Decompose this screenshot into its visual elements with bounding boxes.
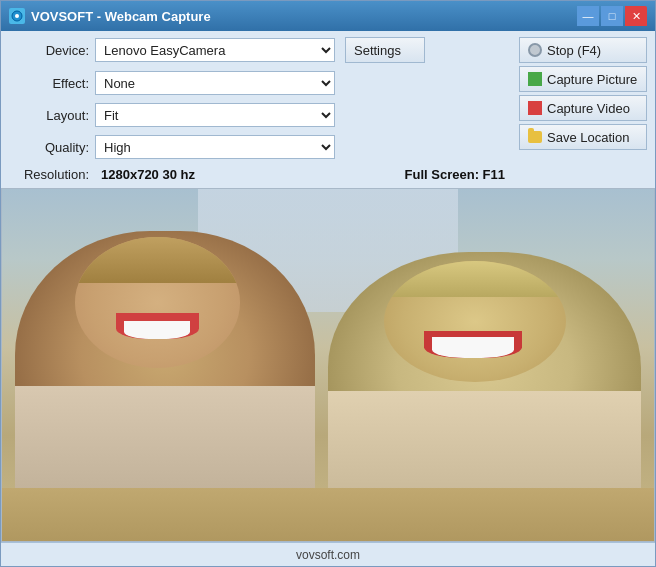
camera-icon bbox=[528, 72, 542, 86]
device-select[interactable]: Lenovo EasyCamera bbox=[95, 38, 335, 62]
main-window: VOVSOFT - Webcam Capture — □ ✕ Device: L… bbox=[0, 0, 656, 567]
quality-label: Quality: bbox=[9, 140, 89, 155]
window-title: VOVSOFT - Webcam Capture bbox=[31, 9, 211, 24]
svg-point-1 bbox=[15, 14, 19, 18]
video-icon bbox=[528, 101, 542, 115]
resolution-value: 1280x720 30 hz bbox=[101, 167, 195, 182]
effect-select[interactable]: None bbox=[95, 71, 335, 95]
child-left-head bbox=[75, 237, 240, 367]
sofa-bottom bbox=[2, 488, 654, 541]
effect-row: Effect: None bbox=[9, 71, 511, 95]
title-controls: — □ ✕ bbox=[577, 6, 647, 26]
resolution-row: Resolution: 1280x720 30 hz Full Screen: … bbox=[9, 167, 511, 182]
layout-select[interactable]: Fit bbox=[95, 103, 335, 127]
child-left-mouth bbox=[116, 313, 198, 339]
left-controls: Device: Lenovo EasyCamera Settings Effec… bbox=[9, 37, 511, 182]
effect-select-wrap: None bbox=[95, 71, 335, 95]
capture-picture-button[interactable]: Capture Picture bbox=[519, 66, 647, 92]
save-location-button[interactable]: Save Location bbox=[519, 124, 647, 150]
layout-label: Layout: bbox=[9, 108, 89, 123]
right-buttons: Stop (F4) Capture Picture Capture Video … bbox=[519, 37, 647, 182]
footer-text: vovsoft.com bbox=[296, 548, 360, 562]
quality-select-wrap: High Medium Low bbox=[95, 135, 335, 159]
device-label: Device: bbox=[9, 43, 89, 58]
layout-select-wrap: Fit bbox=[95, 103, 335, 127]
child-right-head bbox=[384, 261, 566, 382]
child-right-hair bbox=[384, 261, 566, 297]
title-bar: VOVSOFT - Webcam Capture — □ ✕ bbox=[1, 1, 655, 31]
child-left-hair bbox=[75, 237, 240, 283]
capture-video-button[interactable]: Capture Video bbox=[519, 95, 647, 121]
child-right-teeth bbox=[432, 337, 514, 358]
title-bar-left: VOVSOFT - Webcam Capture bbox=[9, 8, 211, 24]
maximize-button[interactable]: □ bbox=[601, 6, 623, 26]
app-icon bbox=[9, 8, 25, 24]
video-scene bbox=[2, 189, 654, 541]
quality-row: Quality: High Medium Low bbox=[9, 135, 511, 159]
close-button[interactable]: ✕ bbox=[625, 6, 647, 26]
device-select-wrap: Lenovo EasyCamera bbox=[95, 38, 335, 62]
fullscreen-label: Full Screen: F11 bbox=[405, 167, 505, 182]
quality-select[interactable]: High Medium Low bbox=[95, 135, 335, 159]
controls-area: Device: Lenovo EasyCamera Settings Effec… bbox=[1, 31, 655, 188]
camera-preview bbox=[1, 188, 655, 542]
resolution-label: Resolution: bbox=[9, 167, 89, 182]
child-left-teeth bbox=[124, 321, 190, 339]
footer-bar: vovsoft.com bbox=[1, 542, 655, 566]
stop-button[interactable]: Stop (F4) bbox=[519, 37, 647, 63]
effect-label: Effect: bbox=[9, 76, 89, 91]
layout-row: Layout: Fit bbox=[9, 103, 511, 127]
child-right-mouth bbox=[424, 331, 522, 358]
minimize-button[interactable]: — bbox=[577, 6, 599, 26]
settings-button[interactable]: Settings bbox=[345, 37, 425, 63]
stop-icon bbox=[528, 43, 542, 57]
folder-icon bbox=[528, 131, 542, 143]
device-row: Device: Lenovo EasyCamera Settings bbox=[9, 37, 511, 63]
